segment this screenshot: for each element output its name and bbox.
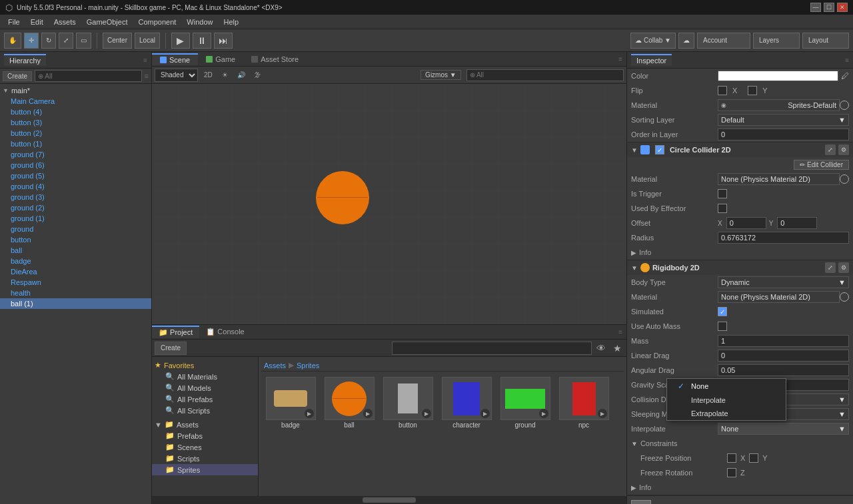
list-item[interactable]: ground (2) [0,202,151,213]
scene-tab-asset-store[interactable]: Asset Store [243,54,307,65]
asset-ground[interactable]: ▶ ground [498,377,552,429]
mass-input[interactable] [718,335,849,347]
circle-collider-enabled-checkbox[interactable] [655,145,664,154]
hierarchy-tab[interactable]: Hierarchy [4,54,46,66]
scene-search-input[interactable] [466,69,624,81]
titlebar-controls[interactable]: — ☐ ✕ [810,3,848,12]
list-item[interactable]: health [0,288,151,298]
audio-button[interactable]: 🔊 [234,69,249,82]
hierarchy-panel-icon[interactable]: ≡ [143,57,147,64]
proj-star-icon[interactable]: ★ [610,342,624,355]
scene-tab-game[interactable]: Game [198,54,243,65]
scripts-folder-item[interactable]: 📁 Scripts [152,453,258,464]
rigidbody2d-expand-icon[interactable]: ⤢ [825,262,836,273]
center-button[interactable]: Center [103,33,132,49]
assets-section[interactable]: ▼ 📁 Assets [152,419,258,430]
asset-ball[interactable]: ▶ ball [323,377,376,429]
list-item[interactable]: button [0,234,151,245]
list-item[interactable]: ball (1) [0,298,151,309]
collider-material-circle[interactable] [840,174,849,184]
asset-badge[interactable]: ▶ badge [264,377,317,429]
rotate-tool-button[interactable]: ↻ [41,33,56,49]
list-item[interactable]: Main Camera [0,96,151,107]
menu-component[interactable]: Component [133,17,181,27]
menu-assets[interactable]: Assets [49,17,81,27]
project-panel-icon[interactable]: ≡ [614,328,626,336]
prefabs-folder-item[interactable]: 📁 Prefabs [152,430,258,441]
list-item[interactable]: ground (4) [0,181,151,192]
minimize-button[interactable]: — [810,3,821,12]
all-models-item[interactable]: 🔍 All Models [152,382,258,393]
hierarchy-create-button[interactable]: Create [3,71,32,81]
sorting-layer-dropdown[interactable]: Default ▼ [718,114,849,126]
sprites-folder-item[interactable]: 📁 Sprites [152,464,258,475]
body-type-dropdown[interactable]: Dynamic ▼ [718,276,849,288]
all-scripts-item[interactable]: 🔍 All Scripts [152,405,258,416]
list-item[interactable]: DieArea [0,266,151,277]
rigidbody2d-header[interactable]: ▼ Rigidbody 2D ⤢ ⚙ [627,260,853,275]
interpolate-extrapolate-option[interactable]: Extrapolate [667,407,786,420]
collider-info-arrow[interactable]: ▶ [631,249,636,256]
circle-collider-expand-icon[interactable]: ⤢ [825,144,836,155]
color-picker-icon[interactable]: 🖊 [841,71,849,81]
edit-collider-button[interactable]: ✏ Edit Collider [794,160,849,170]
collider-material-field[interactable]: None (Physics Material 2D) [718,173,840,185]
list-item[interactable]: ground (6) [0,160,151,170]
offset-y-input[interactable] [777,217,817,229]
npc-play-icon[interactable]: ▶ [598,409,607,418]
color-preview[interactable] [718,71,838,81]
menu-edit[interactable]: Edit [25,17,49,27]
favorites-section[interactable]: ★ Favorites [152,360,258,371]
project-tab[interactable]: 📁 Project [152,326,199,338]
interpolate-none-option[interactable]: ✓ None [667,379,786,393]
sprite-material-circle[interactable] [840,101,849,110]
list-item[interactable]: ground (5) [0,170,151,181]
step-button[interactable]: ⏭ [214,33,233,49]
rigidbody-material-circle[interactable] [840,292,849,302]
badge-play-icon[interactable]: ▶ [305,409,314,418]
rigidbody2d-gear-icon[interactable]: ⚙ [838,262,849,273]
scale-tool-button[interactable]: ⤢ [59,33,73,49]
freeze-pos-y-checkbox[interactable] [749,453,758,463]
asset-button[interactable]: ▶ button [381,377,434,429]
2d-button[interactable]: 2D [201,69,216,82]
linear-drag-input[interactable] [718,350,849,362]
list-item[interactable]: ground (3) [0,192,151,202]
hand-tool-button[interactable]: ✋ [4,33,21,49]
interpolate-dropdown-trigger[interactable]: None ▼ [718,423,849,435]
asset-npc[interactable]: ▶ npc [557,377,610,429]
console-tab[interactable]: 📋 Console [199,326,251,338]
flip-x-checkbox[interactable] [718,86,727,95]
project-scrollbar[interactable] [152,496,626,504]
play-button[interactable]: ▶ [171,33,190,49]
scene-panel-icon[interactable]: ≡ [614,55,626,63]
account-button[interactable]: Account [697,33,750,49]
list-item[interactable]: ball [0,245,151,256]
close-button[interactable]: ✕ [837,3,848,12]
list-item[interactable]: button (3) [0,117,151,128]
rigidbody-info-arrow[interactable]: ▶ [631,484,636,491]
maximize-button[interactable]: ☐ [824,3,834,12]
project-search-input[interactable] [392,342,592,355]
inspector-tab[interactable]: Inspector [631,54,672,66]
pause-button[interactable]: ⏸ [193,33,211,49]
list-item[interactable]: ground [0,224,151,234]
button-play-icon[interactable]: ▶ [422,409,431,418]
list-item[interactable]: button (2) [0,128,151,138]
gizmos-button[interactable]: Gizmos ▼ [421,70,461,80]
list-item[interactable]: button (4) [0,107,151,117]
use-auto-mass-checkbox[interactable] [718,322,727,331]
scenes-folder-item[interactable]: 📁 Scenes [152,441,258,453]
collab-button[interactable]: ☁ Collab ▼ [630,33,676,49]
list-item[interactable]: ground (1) [0,213,151,224]
lighting-button[interactable]: ☀ [219,69,231,82]
offset-x-input[interactable] [726,217,766,229]
scene-ball-object[interactable] [316,171,369,224]
simulated-checkbox[interactable] [718,307,727,316]
interpolate-interpolate-option[interactable]: Interpolate [667,393,786,407]
circle-collider-header[interactable]: ▼ Circle Collider 2D ⤢ ⚙ [627,142,853,157]
is-trigger-checkbox[interactable] [718,189,727,198]
scene-view[interactable] [152,84,626,324]
cloud-button[interactable]: ☁ [678,33,694,49]
menu-file[interactable]: File [3,17,25,27]
